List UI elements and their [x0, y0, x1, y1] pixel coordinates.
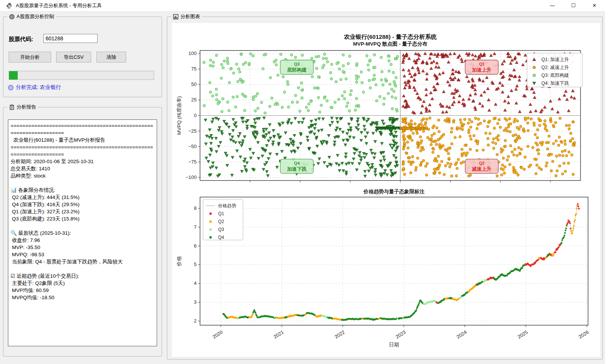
- progress-fill: [9, 71, 18, 80]
- chart-panel-header: 分析图表: [171, 13, 202, 20]
- progress-bar: [9, 71, 154, 80]
- report-panel: 分析报告 ===================================…: [3, 107, 162, 356]
- report-panel-title: 分析报告: [17, 104, 36, 110]
- analysis-charts-canvas: [172, 23, 600, 357]
- report-panel-header: 分析报告: [7, 104, 38, 110]
- minimize-button[interactable]: —: [542, 0, 563, 11]
- control-panel-header: A股股票分析控制: [7, 13, 56, 20]
- titlebar: A股股票量子态分析系统 - 专用分析工具 — ☐ ✕: [0, 0, 605, 12]
- chart-panel-title: 分析图表: [180, 13, 200, 20]
- control-panel-title: A股股票分析控制: [17, 13, 54, 20]
- target-icon: [9, 14, 15, 20]
- analysis-report-text[interactable]: ========================================…: [8, 119, 157, 346]
- status-text: 分析完成: 农业银行: [16, 84, 61, 91]
- chart-panel: 分析图表: [167, 17, 603, 359]
- start-analysis-button[interactable]: 开始分析: [9, 52, 51, 63]
- python-app-icon: [6, 3, 12, 9]
- control-panel: A股股票分析控制 股票代码: 开始分析 导出CSV 清除 分析完成: 农业银行: [3, 17, 162, 97]
- app-window: A股股票量子态分析系统 - 专用分析工具 — ☐ ✕ A股股票分析控制 股票代码…: [0, 0, 605, 364]
- status-icon: [8, 85, 14, 90]
- clipboard-icon: [9, 104, 15, 110]
- window-title: A股股票量子态分析系统 - 专用分析工具: [16, 2, 102, 9]
- bar-chart-icon: [173, 14, 179, 20]
- maximize-button[interactable]: ☐: [563, 0, 584, 11]
- stock-code-input[interactable]: [43, 34, 98, 43]
- clear-button[interactable]: 清除: [96, 52, 126, 63]
- close-button[interactable]: ✕: [584, 0, 605, 11]
- export-csv-button[interactable]: 导出CSV: [56, 52, 91, 63]
- stock-code-label: 股票代码:: [9, 36, 33, 43]
- status-row: 分析完成: 农业银行: [8, 84, 61, 91]
